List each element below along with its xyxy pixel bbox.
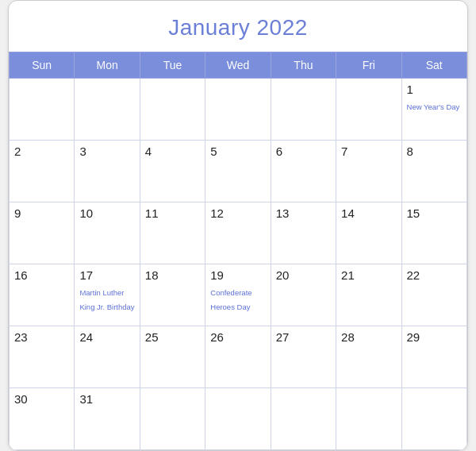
day-number: 29 [407,330,462,344]
calendar-cell [205,79,271,141]
calendar-cell [336,388,401,450]
day-number: 9 [14,206,69,220]
day-header: Sun [10,52,75,79]
day-number: 19 [210,268,265,282]
day-number: 12 [210,206,265,220]
day-header: Mon [75,52,140,79]
calendar-week-row: 9101112131415 [10,202,467,264]
day-number: 30 [14,392,69,406]
calendar-cell: 11 [140,202,205,264]
day-number: 28 [341,330,396,344]
calendar-cell [140,79,205,141]
calendar-cell: 13 [271,202,336,264]
day-number: 31 [79,392,134,406]
calendar-title: January 2022 [9,1,467,52]
calendar-cell: 31 [75,388,140,450]
day-number: 16 [14,268,69,282]
day-header: Tue [140,52,205,79]
calendar-cell: 25 [140,326,205,388]
calendar-cell: 19Confederate Heroes Day [205,264,271,326]
calendar-cell: 30 [10,388,75,450]
calendar-week-row: 1617Martin Luther King Jr. Birthday1819C… [10,264,467,326]
calendar-cell: 2 [10,141,75,202]
calendar-cell [401,388,466,450]
day-number: 1 [407,83,462,96]
calendar-cell: 8 [401,141,466,202]
day-number: 18 [145,268,200,282]
day-header: Wed [205,52,271,79]
day-number: 24 [79,330,134,344]
day-number: 26 [210,330,265,344]
calendar-cell: 17Martin Luther King Jr. Birthday [75,264,140,326]
calendar-cell: 23 [10,326,75,388]
calendar-cell: 29 [401,326,466,388]
calendar-body: 1New Year's Day234567891011121314151617M… [10,79,467,450]
calendar-cell [271,388,336,450]
day-number: 25 [145,330,200,344]
calendar-cell: 18 [140,264,205,326]
day-number: 14 [341,206,396,220]
day-number: 23 [14,330,69,344]
calendar: January 2022 SunMonTueWedThuFriSat 1New … [8,0,468,451]
calendar-cell: 27 [271,326,336,388]
calendar-cell: 7 [336,141,401,202]
day-number: 27 [276,330,331,344]
day-number: 20 [276,268,331,282]
calendar-cell: 22 [401,264,466,326]
calendar-cell: 15 [401,202,466,264]
calendar-table: SunMonTueWedThuFriSat 1New Year's Day234… [9,52,467,450]
calendar-cell: 16 [10,264,75,326]
day-number: 17 [79,268,134,282]
day-number: 13 [276,206,331,220]
calendar-cell [336,79,401,141]
calendar-cell [10,79,75,141]
calendar-cell: 10 [75,202,140,264]
day-header: Thu [271,52,336,79]
day-number: 2 [14,145,69,158]
day-header: Fri [336,52,401,79]
calendar-cell [140,388,205,450]
day-number: 6 [276,145,331,158]
calendar-cell [271,79,336,141]
calendar-week-row: 2345678 [10,141,467,202]
calendar-week-row: 3031 [10,388,467,450]
calendar-cell: 4 [140,141,205,202]
calendar-cell: 14 [336,202,401,264]
day-number: 3 [79,145,134,158]
day-number: 5 [210,145,265,158]
day-number: 7 [341,145,396,158]
calendar-week-row: 23242526272829 [10,326,467,388]
day-number: 11 [145,206,200,220]
day-number: 21 [341,268,396,282]
calendar-cell: 26 [205,326,271,388]
calendar-cell: 21 [336,264,401,326]
calendar-cell: 3 [75,141,140,202]
calendar-header-row: SunMonTueWedThuFriSat [10,52,467,79]
calendar-cell: 5 [205,141,271,202]
calendar-cell [75,79,140,141]
day-number: 22 [407,268,462,282]
calendar-week-row: 1New Year's Day [10,79,467,141]
calendar-cell: 6 [271,141,336,202]
holiday-label: Martin Luther King Jr. Birthday [79,288,134,311]
calendar-cell [205,388,271,450]
holiday-label: New Year's Day [407,102,460,111]
day-number: 10 [79,206,134,220]
calendar-cell: 28 [336,326,401,388]
day-number: 4 [145,145,200,158]
calendar-cell: 24 [75,326,140,388]
calendar-cell: 12 [205,202,271,264]
calendar-cell: 20 [271,264,336,326]
day-number: 8 [407,145,462,158]
day-header: Sat [401,52,466,79]
holiday-label: Confederate Heroes Day [210,288,251,311]
calendar-cell: 9 [10,202,75,264]
calendar-cell: 1New Year's Day [401,79,466,141]
day-number: 15 [407,206,462,220]
